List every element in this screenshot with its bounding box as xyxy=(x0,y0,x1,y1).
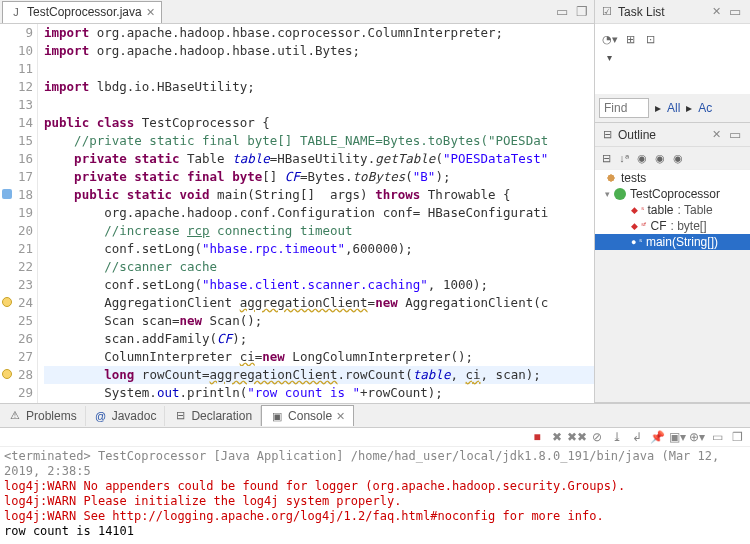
console-launch-header: <terminated> TestCoprocessor [Java Appli… xyxy=(4,449,746,479)
right-sidebar: ☑ Task List ✕ ▭ ◔▾ ⊞ ⊡ ▾ ▸ All xyxy=(595,0,750,403)
code-content[interactable]: import org.apache.hadoop.hbase.coprocess… xyxy=(38,24,594,403)
outline-title: Outline xyxy=(618,128,708,142)
hide-nonpublic-icon[interactable]: ◉ xyxy=(671,151,685,165)
maximize-icon[interactable]: ❐ xyxy=(730,430,744,444)
close-icon[interactable]: ✕ xyxy=(336,410,345,423)
expand-icon[interactable]: ▾ xyxy=(605,189,610,199)
remove-launch-icon[interactable]: ✖ xyxy=(550,430,564,444)
outline-tree[interactable]: tests ▾ TestCoprocessor ◆ ˢ tableTable ◆… xyxy=(595,170,750,250)
outline-icon: ⊟ xyxy=(600,128,614,142)
outline-panel: ⊟ Outline ✕ ▭ ⊟ ↓ᵃ ◉ ◉ ◉ tests xyxy=(595,123,750,403)
terminate-icon[interactable]: ■ xyxy=(530,430,544,444)
hide-fields-icon[interactable]: ◉ xyxy=(635,151,649,165)
task-find-input[interactable] xyxy=(599,98,649,118)
word-wrap-icon[interactable]: ↲ xyxy=(630,430,644,444)
console-output[interactable]: <terminated> TestCoprocessor [Java Appli… xyxy=(0,447,750,541)
console-toolbar: ■ ✖ ✖✖ ⊘ ⤓ ↲ 📌 ▣▾ ⊕▾ ▭ ❐ xyxy=(0,428,750,447)
separator: ▸ xyxy=(686,101,692,115)
tab-label: Javadoc xyxy=(112,409,157,423)
tab-label: Problems xyxy=(26,409,77,423)
tab-javadoc[interactable]: @ Javadoc xyxy=(86,406,166,426)
outline-item-label: main(String[]) xyxy=(646,235,718,249)
tab-problems[interactable]: ⚠ Problems xyxy=(0,406,86,426)
task-list-icon: ☑ xyxy=(600,5,614,19)
scroll-lock-icon[interactable]: ⤓ xyxy=(610,430,624,444)
outline-item-label: CF xyxy=(651,219,667,233)
minimize-icon[interactable]: ▭ xyxy=(725,4,745,19)
class-icon xyxy=(614,188,626,200)
new-task-icon[interactable]: ◔▾ xyxy=(603,32,617,46)
outline-item-label: table xyxy=(648,203,674,217)
clear-console-icon[interactable]: ⊘ xyxy=(590,430,604,444)
sort-az-icon[interactable]: ↓ᵃ xyxy=(617,151,631,165)
schedule-icon[interactable]: ⊡ xyxy=(643,32,657,46)
display-console-icon[interactable]: ▣▾ xyxy=(670,430,684,444)
close-icon[interactable]: ✕ xyxy=(712,128,721,141)
maximize-icon[interactable]: ❐ xyxy=(572,4,592,19)
outline-method-selected[interactable]: ● ˢ main(String[]) xyxy=(595,234,750,250)
sort-icon[interactable]: ⊟ xyxy=(599,151,613,165)
declaration-icon: ⊟ xyxy=(173,409,187,423)
tab-console[interactable]: ▣ Console ✕ xyxy=(261,405,354,426)
filter-all-link[interactable]: All xyxy=(667,101,680,115)
problems-icon: ⚠ xyxy=(8,409,22,423)
outline-item-label: tests xyxy=(621,171,646,185)
open-console-icon[interactable]: ⊕▾ xyxy=(690,430,704,444)
remove-all-icon[interactable]: ✖✖ xyxy=(570,430,584,444)
java-file-icon: J xyxy=(9,5,23,19)
tab-declaration[interactable]: ⊟ Declaration xyxy=(165,406,261,426)
editor-tabbar: J TestCoprocessor.java ✕ ▭ ❐ xyxy=(0,0,594,24)
editor-pane: J TestCoprocessor.java ✕ ▭ ❐ 91011121314… xyxy=(0,0,595,403)
tab-label: Declaration xyxy=(191,409,252,423)
package-icon xyxy=(605,172,617,184)
pin-console-icon[interactable]: 📌 xyxy=(650,430,664,444)
minimize-icon[interactable]: ▭ xyxy=(552,4,572,19)
editor-tab[interactable]: J TestCoprocessor.java ✕ xyxy=(2,1,162,23)
method-icon: ● ˢ xyxy=(631,237,642,247)
outline-item-label: TestCoprocessor xyxy=(630,187,720,201)
separator: ▸ xyxy=(655,101,661,115)
code-editor[interactable]: 9101112131415161718192021222324252627282… xyxy=(0,24,594,403)
line-gutter: 9101112131415161718192021222324252627282… xyxy=(0,24,38,403)
task-list-title: Task List xyxy=(618,5,708,19)
outline-package[interactable]: tests xyxy=(595,170,750,186)
field-icon: ◆ ˢ xyxy=(631,205,644,215)
task-list-panel: ☑ Task List ✕ ▭ ◔▾ ⊞ ⊡ ▾ ▸ All xyxy=(595,0,750,123)
bottom-pane: ⚠ Problems @ Javadoc ⊟ Declaration ▣ Con… xyxy=(0,404,750,544)
field-icon: ◆ ˢᶠ xyxy=(631,221,647,231)
hide-static-icon[interactable]: ◉ xyxy=(653,151,667,165)
filter-activate-link[interactable]: Ac xyxy=(698,101,712,115)
close-icon[interactable]: ✕ xyxy=(146,6,155,19)
outline-field[interactable]: ◆ ˢᶠ CFbyte[] xyxy=(595,218,750,234)
outline-class[interactable]: ▾ TestCoprocessor xyxy=(595,186,750,202)
minimize-icon[interactable]: ▭ xyxy=(725,127,745,142)
categorize-icon[interactable]: ⊞ xyxy=(623,32,637,46)
console-icon: ▣ xyxy=(270,409,284,423)
javadoc-icon: @ xyxy=(94,409,108,423)
minimize-icon[interactable]: ▭ xyxy=(710,430,724,444)
close-icon[interactable]: ✕ xyxy=(712,5,721,18)
chevron-down-icon[interactable]: ▾ xyxy=(607,52,612,63)
editor-tab-label: TestCoprocessor.java xyxy=(27,5,142,19)
outline-field[interactable]: ◆ ˢ tableTable xyxy=(595,202,750,218)
tab-label: Console xyxy=(288,409,332,423)
bottom-tabbar: ⚠ Problems @ Javadoc ⊟ Declaration ▣ Con… xyxy=(0,404,750,428)
